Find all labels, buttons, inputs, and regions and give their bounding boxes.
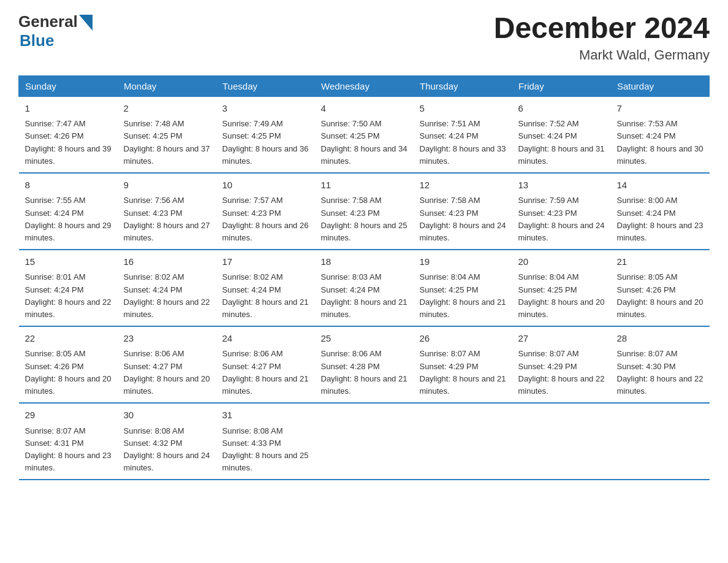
location: Markt Wald, Germany <box>494 47 710 63</box>
week-row-1: 1Sunrise: 7:47 AMSunset: 4:26 PMDaylight… <box>19 96 710 173</box>
title-block: December 2024 Markt Wald, Germany <box>494 12 710 63</box>
day-number: 8 <box>25 178 112 193</box>
calendar-body: 1Sunrise: 7:47 AMSunset: 4:26 PMDaylight… <box>19 96 710 480</box>
day-cell: 17Sunrise: 8:02 AMSunset: 4:24 PMDayligh… <box>216 250 315 326</box>
header-cell-tuesday: Tuesday <box>216 75 315 96</box>
page-header: General Blue December 2024 Markt Wald, G… <box>18 12 710 63</box>
day-cell: 20Sunrise: 8:04 AMSunset: 4:25 PMDayligh… <box>512 250 611 326</box>
logo-text-blue: Blue <box>20 31 54 50</box>
week-row-2: 8Sunrise: 7:55 AMSunset: 4:24 PMDaylight… <box>19 173 710 250</box>
day-cell: 9Sunrise: 7:56 AMSunset: 4:23 PMDaylight… <box>118 173 216 250</box>
header-cell-sunday: Sunday <box>19 75 118 96</box>
day-cell: 25Sunrise: 8:06 AMSunset: 4:28 PMDayligh… <box>315 326 414 403</box>
day-cell: 12Sunrise: 7:58 AMSunset: 4:23 PMDayligh… <box>414 173 512 250</box>
svg-marker-0 <box>79 15 93 31</box>
day-cell: 18Sunrise: 8:03 AMSunset: 4:24 PMDayligh… <box>315 250 414 326</box>
month-title: December 2024 <box>494 12 710 45</box>
day-number: 6 <box>518 102 605 116</box>
day-info: Sunrise: 8:06 AMSunset: 4:27 PMDaylight:… <box>222 349 309 395</box>
day-number: 16 <box>124 255 210 269</box>
header-row: SundayMondayTuesdayWednesdayThursdayFrid… <box>19 75 710 96</box>
day-info: Sunrise: 7:58 AMSunset: 4:23 PMDaylight:… <box>420 196 506 242</box>
day-cell: 15Sunrise: 8:01 AMSunset: 4:24 PMDayligh… <box>19 250 118 326</box>
day-info: Sunrise: 7:55 AMSunset: 4:24 PMDaylight:… <box>25 196 112 242</box>
day-number: 5 <box>420 102 506 116</box>
header-cell-monday: Monday <box>118 75 216 96</box>
day-number: 17 <box>222 255 309 269</box>
day-number: 7 <box>617 102 703 116</box>
day-cell: 2Sunrise: 7:48 AMSunset: 4:25 PMDaylight… <box>118 96 216 173</box>
day-cell: 19Sunrise: 8:04 AMSunset: 4:25 PMDayligh… <box>414 250 512 326</box>
day-info: Sunrise: 7:58 AMSunset: 4:23 PMDaylight:… <box>321 196 408 242</box>
day-info: Sunrise: 7:59 AMSunset: 4:23 PMDaylight:… <box>518 196 605 242</box>
day-info: Sunrise: 8:00 AMSunset: 4:24 PMDaylight:… <box>617 196 703 242</box>
day-info: Sunrise: 7:51 AMSunset: 4:24 PMDaylight:… <box>420 119 506 165</box>
day-number: 3 <box>222 102 309 116</box>
day-number: 15 <box>25 255 112 269</box>
day-info: Sunrise: 8:05 AMSunset: 4:26 PMDaylight:… <box>617 272 703 318</box>
day-number: 18 <box>321 255 408 269</box>
day-number: 14 <box>617 178 703 193</box>
day-info: Sunrise: 8:04 AMSunset: 4:25 PMDaylight:… <box>420 272 506 318</box>
logo-triangle-icon <box>79 15 93 31</box>
header-cell-saturday: Saturday <box>611 75 710 96</box>
day-cell: 16Sunrise: 8:02 AMSunset: 4:24 PMDayligh… <box>118 250 216 326</box>
day-info: Sunrise: 8:02 AMSunset: 4:24 PMDaylight:… <box>222 272 309 318</box>
day-cell: 6Sunrise: 7:52 AMSunset: 4:24 PMDaylight… <box>512 96 611 173</box>
day-cell: 10Sunrise: 7:57 AMSunset: 4:23 PMDayligh… <box>216 173 315 250</box>
day-info: Sunrise: 8:01 AMSunset: 4:24 PMDaylight:… <box>25 272 112 318</box>
day-cell <box>414 403 512 480</box>
day-cell <box>512 403 611 480</box>
day-info: Sunrise: 7:57 AMSunset: 4:23 PMDaylight:… <box>222 196 309 242</box>
calendar-table: SundayMondayTuesdayWednesdayThursdayFrid… <box>18 75 710 480</box>
day-info: Sunrise: 8:02 AMSunset: 4:24 PMDaylight:… <box>124 272 210 318</box>
day-cell: 28Sunrise: 8:07 AMSunset: 4:30 PMDayligh… <box>611 326 710 403</box>
day-cell <box>611 403 710 480</box>
day-number: 1 <box>25 102 112 116</box>
logo: General Blue <box>18 12 93 50</box>
day-info: Sunrise: 7:47 AMSunset: 4:26 PMDaylight:… <box>25 119 112 165</box>
header-cell-friday: Friday <box>512 75 611 96</box>
day-cell: 31Sunrise: 8:08 AMSunset: 4:33 PMDayligh… <box>216 403 315 480</box>
day-info: Sunrise: 8:05 AMSunset: 4:26 PMDaylight:… <box>25 349 112 395</box>
day-number: 11 <box>321 178 408 193</box>
header-cell-wednesday: Wednesday <box>315 75 414 96</box>
day-number: 4 <box>321 102 408 116</box>
day-cell: 14Sunrise: 8:00 AMSunset: 4:24 PMDayligh… <box>611 173 710 250</box>
day-number: 26 <box>420 332 506 346</box>
day-info: Sunrise: 7:50 AMSunset: 4:25 PMDaylight:… <box>321 119 408 165</box>
day-info: Sunrise: 8:06 AMSunset: 4:27 PMDaylight:… <box>124 349 210 395</box>
day-cell: 5Sunrise: 7:51 AMSunset: 4:24 PMDaylight… <box>414 96 512 173</box>
day-cell: 26Sunrise: 8:07 AMSunset: 4:29 PMDayligh… <box>414 326 512 403</box>
day-info: Sunrise: 8:08 AMSunset: 4:33 PMDaylight:… <box>222 426 309 472</box>
day-number: 12 <box>420 178 506 193</box>
day-info: Sunrise: 8:04 AMSunset: 4:25 PMDaylight:… <box>518 272 605 318</box>
day-number: 21 <box>617 255 703 269</box>
day-cell: 23Sunrise: 8:06 AMSunset: 4:27 PMDayligh… <box>118 326 216 403</box>
day-number: 27 <box>518 332 605 346</box>
day-number: 13 <box>518 178 605 193</box>
day-cell: 4Sunrise: 7:50 AMSunset: 4:25 PMDaylight… <box>315 96 414 173</box>
week-row-3: 15Sunrise: 8:01 AMSunset: 4:24 PMDayligh… <box>19 250 710 326</box>
day-cell: 3Sunrise: 7:49 AMSunset: 4:25 PMDaylight… <box>216 96 315 173</box>
header-cell-thursday: Thursday <box>414 75 512 96</box>
day-cell <box>315 403 414 480</box>
day-cell: 22Sunrise: 8:05 AMSunset: 4:26 PMDayligh… <box>19 326 118 403</box>
day-info: Sunrise: 8:07 AMSunset: 4:29 PMDaylight:… <box>518 349 605 395</box>
day-cell: 30Sunrise: 8:08 AMSunset: 4:32 PMDayligh… <box>118 403 216 480</box>
day-info: Sunrise: 7:49 AMSunset: 4:25 PMDaylight:… <box>222 119 309 165</box>
day-info: Sunrise: 8:07 AMSunset: 4:30 PMDaylight:… <box>617 349 703 395</box>
day-info: Sunrise: 8:07 AMSunset: 4:31 PMDaylight:… <box>25 426 112 472</box>
day-number: 25 <box>321 332 408 346</box>
day-cell: 21Sunrise: 8:05 AMSunset: 4:26 PMDayligh… <box>611 250 710 326</box>
week-row-5: 29Sunrise: 8:07 AMSunset: 4:31 PMDayligh… <box>19 403 710 480</box>
day-number: 19 <box>420 255 506 269</box>
week-row-4: 22Sunrise: 8:05 AMSunset: 4:26 PMDayligh… <box>19 326 710 403</box>
day-number: 31 <box>222 408 309 423</box>
logo-text-general: General <box>18 12 78 31</box>
day-cell: 8Sunrise: 7:55 AMSunset: 4:24 PMDaylight… <box>19 173 118 250</box>
day-info: Sunrise: 8:08 AMSunset: 4:32 PMDaylight:… <box>124 426 210 472</box>
calendar-header: SundayMondayTuesdayWednesdayThursdayFrid… <box>19 75 710 96</box>
day-cell: 29Sunrise: 8:07 AMSunset: 4:31 PMDayligh… <box>19 403 118 480</box>
day-number: 9 <box>124 178 210 193</box>
